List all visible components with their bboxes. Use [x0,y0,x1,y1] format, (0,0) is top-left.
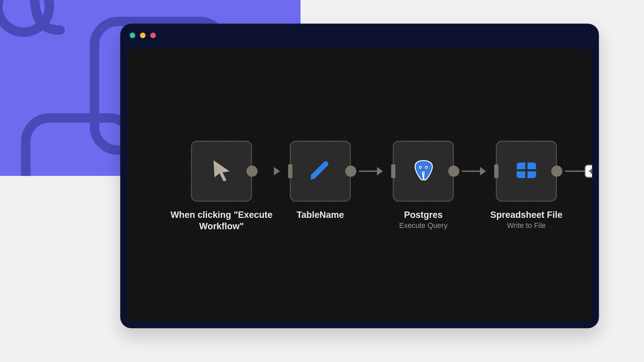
node-spreadsheet: Spreadsheet File Write to File [488,141,565,230]
app-window: When clicking "Execute Workflow" TableNa… [120,23,599,328]
connector-arrow [359,141,385,202]
node-output-port[interactable] [247,166,258,177]
svg-point-4 [425,166,428,169]
connector-arrow [462,141,488,202]
node-postgres-box[interactable] [393,141,454,202]
add-node-button[interactable]: + [585,165,592,178]
window-titlebar [120,23,599,47]
node-output-port[interactable] [551,166,562,177]
add-node-tail: + [565,141,592,202]
node-output-port[interactable] [345,166,356,177]
svg-point-3 [419,166,422,169]
node-subtitle: Write to File [507,222,546,230]
node-input-port[interactable] [494,164,498,178]
node-title: Spreadsheet File [490,209,562,221]
node-trigger: When clicking "Execute Workflow" [166,141,277,232]
window-close-button[interactable] [130,33,136,38]
workflow-flow: When clicking "Execute Workflow" TableNa… [166,141,592,232]
svg-point-6 [426,167,427,168]
node-input-port[interactable] [288,164,292,178]
node-tablename: TableName [282,141,359,221]
pencil-icon [308,158,333,184]
plus-icon: + [588,167,592,176]
node-input-port[interactable] [391,164,395,178]
svg-point-5 [420,167,421,168]
node-title: When clicking "Execute Workflow" [166,209,277,232]
node-title: Postgres [404,209,443,221]
node-title: TableName [297,209,344,221]
window-minimize-button[interactable] [140,33,146,38]
connector-line [565,171,585,172]
node-spreadsheet-box[interactable] [496,141,557,202]
node-postgres: Postgres Execute Query [385,141,462,230]
connector-arrow [277,141,282,202]
postgres-icon [411,158,435,184]
window-maximize-button[interactable] [150,33,156,38]
workflow-canvas[interactable]: When clicking "Execute Workflow" TableNa… [127,49,592,321]
cursor-icon [210,158,234,184]
node-output-port[interactable] [448,166,459,177]
node-tablename-box[interactable] [290,141,351,202]
svg-rect-7 [517,163,536,178]
spreadsheet-icon [515,159,538,184]
node-trigger-box[interactable] [191,141,252,202]
node-subtitle: Execute Query [399,222,447,230]
